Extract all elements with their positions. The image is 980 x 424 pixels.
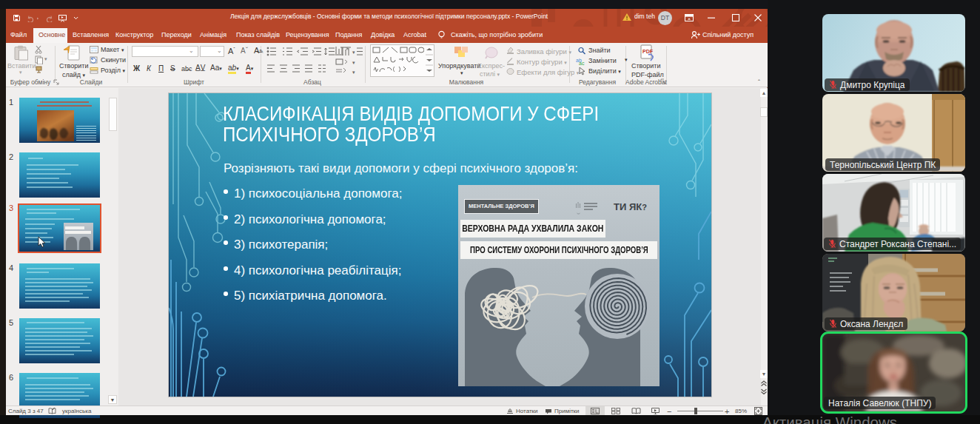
svg-text:▾: ▾ bbox=[352, 60, 355, 65]
svg-text:ac: ac bbox=[579, 61, 585, 65]
svg-text:▾: ▾ bbox=[352, 70, 355, 75]
svg-text:▾: ▾ bbox=[352, 50, 355, 55]
svg-text:PDF: PDF bbox=[642, 49, 654, 54]
